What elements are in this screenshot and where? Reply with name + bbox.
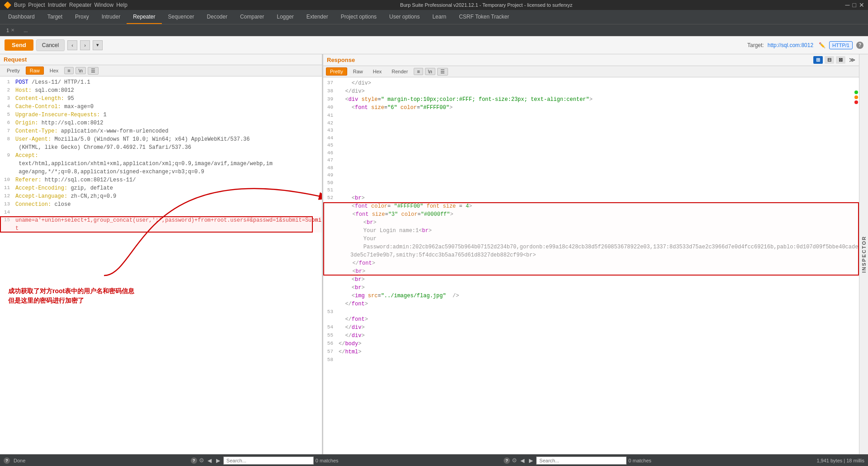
response-code-area[interactable]: 37 </div> 38 </div> 39 <div style=" marg…: [323, 77, 859, 454]
resp-search-help[interactable]: ?: [504, 457, 510, 464]
nav-back-button[interactable]: ‹: [67, 40, 77, 50]
cancel-button[interactable]: Cancel: [36, 39, 65, 51]
tab-user-options[interactable]: User options: [383, 10, 426, 24]
menu-intruder[interactable]: Intruder: [48, 2, 66, 8]
resp-line-57: 57 </html>: [323, 348, 859, 356]
annotation-line2: 但是这里的密码进行加密了: [8, 296, 134, 305]
resp-line-52j: <br>: [323, 276, 859, 284]
tab-extender[interactable]: Extender: [300, 10, 335, 24]
response-type-full[interactable]: ⊠: [836, 56, 845, 64]
req-search-next[interactable]: ▶: [215, 457, 222, 464]
tab-project-options[interactable]: Project options: [335, 10, 383, 24]
resp-search-next[interactable]: ▶: [528, 457, 534, 464]
help-icon[interactable]: ?: [856, 42, 863, 49]
http-version-badge[interactable]: HTTP/1: [829, 41, 853, 49]
req-tab-list[interactable]: ≡: [64, 67, 73, 74]
resp-line-54: 54 </div>: [323, 323, 859, 332]
req-tab-menu[interactable]: ☰: [88, 67, 99, 75]
target-url[interactable]: http://sql.com:8012: [768, 42, 813, 48]
resp-tab-hex[interactable]: Hex: [369, 67, 386, 76]
resp-tab-newline[interactable]: \n: [425, 68, 435, 75]
subtab-1[interactable]: 1 ✕: [2, 27, 19, 34]
tab-learn[interactable]: Learn: [426, 10, 453, 24]
response-type-split[interactable]: ⊟: [825, 56, 834, 64]
req-line-8b: (KHTML, like Gecko) Chrome/97.0.4692.71 …: [0, 143, 322, 152]
menu-help[interactable]: Help: [116, 2, 127, 8]
response-search-input[interactable]: [536, 456, 627, 465]
subtab-1-close[interactable]: ✕: [11, 28, 14, 33]
req-line-7: 7 Content-Type: application/x-www-form-u…: [0, 127, 322, 135]
resp-line-38: 38 </div>: [323, 87, 859, 95]
response-label: Response: [327, 57, 355, 63]
menu-burp[interactable]: Burp: [14, 2, 25, 8]
req-line-5: 5 Upgrade-Insecure-Requests: 1: [0, 111, 322, 119]
edit-target-icon[interactable]: ✏️: [819, 42, 826, 48]
resp-line-53: 53: [323, 308, 859, 316]
tab-dashboard[interactable]: Dashboard: [2, 10, 41, 24]
subtab-more[interactable]: ...: [19, 27, 32, 34]
tab-decoder[interactable]: Decoder: [201, 10, 234, 24]
status-bar: ? Done ? ⚙ ◀ ▶ 0 matches ? ⚙ ◀ ▶ 0 match…: [0, 454, 868, 466]
tab-intruder[interactable]: Intruder: [95, 10, 127, 24]
tab-sequencer[interactable]: Sequencer: [162, 10, 201, 24]
resp-search-gear[interactable]: ⚙: [512, 457, 517, 464]
menu-repeater[interactable]: Repeater: [69, 2, 91, 8]
tab-csrf-token-tracker[interactable]: CSRF Token Tracker: [453, 10, 515, 24]
req-line-13: 13 Connection: close: [0, 200, 322, 209]
target-label: Target:: [747, 42, 764, 48]
req-search-gear[interactable]: ⚙: [199, 457, 204, 464]
resp-tab-pretty[interactable]: Pretty: [326, 67, 347, 76]
response-editor-toolbar: Pretty Raw Hex Render ≡ \n ☰: [323, 66, 859, 77]
request-search-input[interactable]: [223, 456, 314, 465]
req-search-help[interactable]: ?: [191, 457, 197, 464]
response-type-rich[interactable]: ⊞: [813, 56, 823, 64]
maximize-btn[interactable]: □: [853, 1, 856, 9]
inspector-panel: INSPECTOR: [859, 54, 868, 454]
req-search-prev[interactable]: ◀: [206, 457, 213, 464]
response-info: 1,941 bytes | 18 millis: [816, 458, 864, 463]
resp-line-42: 42: [323, 119, 859, 127]
resp-tab-render[interactable]: Render: [387, 67, 412, 76]
sub-tabs: 1 ✕ ...: [0, 24, 868, 36]
resp-tab-raw[interactable]: Raw: [349, 67, 367, 76]
resp-tab-menu[interactable]: ☰: [437, 68, 448, 76]
minimize-btn[interactable]: ─: [845, 1, 850, 9]
req-tab-raw[interactable]: Raw: [26, 67, 44, 75]
menu-project[interactable]: Project: [28, 2, 45, 8]
resp-line-39: 39 <div style=" margin-top:10px;color:#F…: [323, 95, 859, 104]
tab-repeater[interactable]: Repeater: [127, 10, 161, 24]
tab-target[interactable]: Target: [41, 10, 69, 24]
req-line-11: 11 Accept-Encoding: gzip, deflate: [0, 184, 322, 192]
menu-window[interactable]: Window: [94, 2, 113, 8]
req-line-12: 12 Accept-Language: zh-CN,zh;q=0.9: [0, 192, 322, 200]
resp-tab-list[interactable]: ≡: [414, 68, 423, 75]
req-tab-newline[interactable]: \n: [75, 67, 86, 74]
resp-line-46: 46: [323, 149, 859, 157]
req-tab-pretty[interactable]: Pretty: [3, 67, 24, 75]
req-line-4: 4 Cache-Control: max-age=0: [0, 103, 322, 111]
send-button[interactable]: Send: [5, 39, 33, 51]
req-line-9c: age/apng,*/*;q=0.8,application/signed-ex…: [0, 168, 322, 176]
req-line-1: 1 POST /Less-11/ HTTP/1.1: [0, 78, 322, 86]
tab-proxy[interactable]: Proxy: [69, 10, 95, 24]
main-area: Request Pretty Raw Hex ≡ \n ☰ 1 POST /Le…: [0, 54, 868, 454]
nav-dropdown-button[interactable]: ▾: [93, 40, 103, 50]
nav-tabs: Dashboard Target Proxy Intruder Repeater…: [0, 10, 868, 24]
inspector-label: INSPECTOR: [861, 231, 867, 277]
tab-comparer[interactable]: Comparer: [234, 10, 270, 24]
resp-line-40: 40 <font size="6" color="#FFFF00">: [323, 104, 859, 112]
help-circle-left[interactable]: ?: [4, 457, 10, 464]
resp-line-47: 47: [323, 157, 859, 164]
request-code-area[interactable]: 1 POST /Less-11/ HTTP/1.1 2 Host: sql.co…: [0, 76, 322, 454]
request-panel: Request Pretty Raw Hex ≡ \n ☰ 1 POST /Le…: [0, 54, 323, 454]
resp-search-prev[interactable]: ◀: [519, 457, 526, 464]
inspector-toggle-icon[interactable]: ≫: [849, 57, 855, 63]
resp-line-37: 37 </div>: [323, 79, 859, 87]
annotation-text: 成功获取了对方root表中的用户名和密码信息 但是这里的密码进行加密了: [5, 285, 138, 307]
nav-forward-button[interactable]: ›: [80, 40, 90, 50]
tab-logger[interactable]: Logger: [270, 10, 300, 24]
response-search-matches: 0 matches: [628, 458, 651, 463]
req-tab-hex[interactable]: Hex: [46, 67, 63, 75]
req-line-9: 9 Accept:: [0, 152, 322, 160]
close-btn[interactable]: ✕: [859, 1, 864, 9]
